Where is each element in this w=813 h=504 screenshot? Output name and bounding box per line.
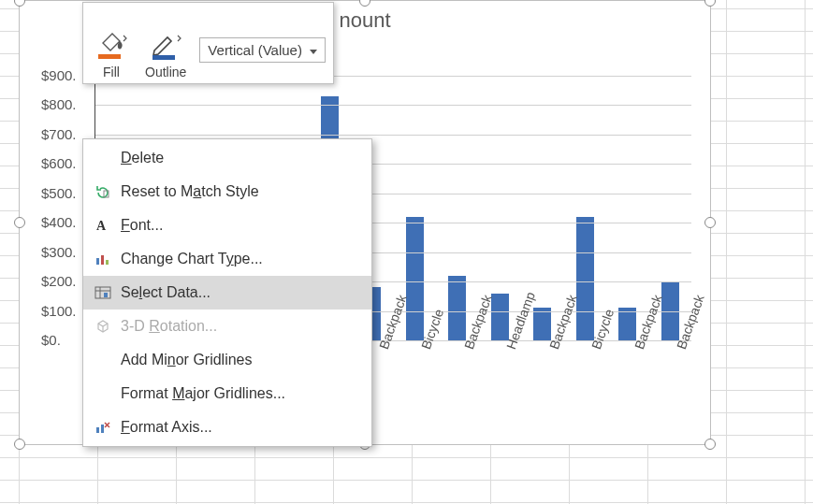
- menu-item-label: Change Chart Type...: [121, 251, 263, 267]
- menu-item-3-d-rotation: 3-D Rotation...: [83, 310, 371, 343]
- menu-item-reset-to-match-style[interactable]: Reset to Match Style: [83, 175, 371, 209]
- chart-bar[interactable]: [448, 276, 466, 340]
- menu-item-add-minor-gridlines[interactable]: Add Minor Gridlines: [83, 343, 371, 377]
- menu-item-font[interactable]: AFont...: [83, 209, 371, 242]
- svg-rect-6: [106, 260, 109, 265]
- svg-rect-7: [95, 287, 110, 298]
- resize-handle[interactable]: [14, 0, 25, 7]
- menu-item-change-chart-type[interactable]: Change Chart Type...: [83, 242, 371, 276]
- chevron-down-icon: [310, 50, 317, 54]
- menu-item-label: Delete: [121, 150, 164, 166]
- resize-handle[interactable]: [704, 217, 716, 228]
- menu-item-label: Add Minor Gridlines: [121, 352, 253, 368]
- outline-button[interactable]: Outline: [145, 27, 186, 79]
- chart-bar[interactable]: [576, 217, 594, 340]
- context-menu: DeleteReset to Match StyleAFont...Change…: [82, 138, 372, 447]
- menu-item-format-axis[interactable]: Format Axis...: [83, 410, 371, 444]
- font-icon: A: [91, 217, 115, 234]
- fill-button[interactable]: Fill: [91, 27, 132, 79]
- svg-rect-5: [101, 255, 104, 265]
- outline-label: Outline: [145, 65, 186, 79]
- menu-item-label: Format Axis...: [121, 419, 212, 436]
- select-data-icon: [91, 284, 115, 301]
- svg-rect-10: [104, 293, 108, 297]
- menu-item-delete[interactable]: Delete: [83, 141, 371, 175]
- menu-item-label: Reset to Match Style: [121, 183, 259, 200]
- chart-type-icon: [91, 251, 115, 267]
- svg-rect-1: [152, 55, 175, 60]
- y-axis-tick: $800.: [41, 96, 95, 112]
- fill-icon: [91, 27, 132, 65]
- fill-label: Fill: [91, 65, 132, 79]
- menu-item-format-major-gridlines[interactable]: Format Major Gridlines...: [83, 377, 371, 410]
- chart-bar[interactable]: [533, 308, 551, 340]
- svg-text:A: A: [96, 219, 107, 233]
- chart-bar[interactable]: [406, 217, 424, 340]
- svg-rect-12: [101, 425, 104, 433]
- format-axis-icon: [91, 419, 115, 436]
- menu-item-label: 3-D Rotation...: [121, 318, 217, 335]
- menu-item-label: Select Data...: [121, 284, 211, 301]
- resize-handle[interactable]: [359, 0, 370, 7]
- chart-bar[interactable]: [618, 308, 636, 340]
- rotate-3d-icon: [91, 318, 115, 335]
- resize-handle[interactable]: [704, 439, 716, 450]
- svg-rect-4: [96, 258, 99, 265]
- chart-element-selector-label: Vertical (Value): [208, 42, 302, 58]
- menu-item-select-data[interactable]: Select Data...: [83, 276, 371, 310]
- resize-handle[interactable]: [14, 217, 25, 228]
- mini-toolbar: Fill Outline Vertical (Value): [82, 2, 334, 84]
- svg-rect-0: [98, 54, 121, 59]
- reset-icon: [91, 183, 115, 200]
- svg-rect-11: [96, 427, 99, 433]
- menu-item-label: Format Major Gridlines...: [121, 385, 285, 402]
- chart-element-selector[interactable]: Vertical (Value): [199, 37, 326, 63]
- menu-item-label: Font...: [121, 217, 163, 234]
- resize-handle[interactable]: [14, 439, 25, 450]
- outline-icon: [145, 27, 186, 65]
